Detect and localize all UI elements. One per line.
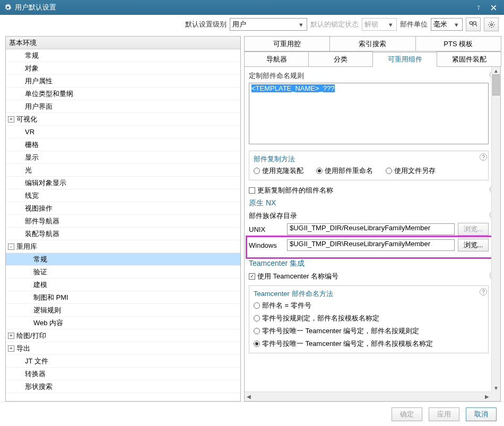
tree-node[interactable]: 显示 (6, 151, 240, 164)
tab[interactable]: 可重用组件 (372, 52, 437, 67)
tab[interactable]: 分类 (308, 51, 373, 66)
apply-button[interactable]: 应用 (429, 407, 459, 421)
tab[interactable]: 可重用腔 (244, 36, 330, 51)
tree-node[interactable]: 制图和 PMI (6, 291, 240, 304)
tree-node[interactable]: 常规 (6, 253, 240, 266)
vertical-scrollbar[interactable]: ▲ ▼ (491, 67, 500, 392)
help-icon[interactable]: ? (480, 153, 487, 161)
unit-combo[interactable]: 毫米 ▾ (431, 18, 463, 31)
tree-node[interactable]: 线宽 (6, 189, 240, 202)
tc-use-row: ? ✓ 使用 Teamcenter 名称编号 (249, 272, 489, 281)
radio-option[interactable]: 零件号按唯一 Teamcenter 编号定，部件名按模板名称定 (254, 339, 433, 349)
level-combo[interactable]: 用户 ▾ (230, 18, 307, 31)
radio-dot (254, 315, 260, 321)
tree-node[interactable]: 光 (6, 164, 240, 177)
tree-node-label: 重用库 (16, 242, 37, 251)
tree-node-label: 线宽 (25, 191, 39, 201)
tree-node[interactable]: 栅格 (6, 138, 240, 151)
tree-node[interactable]: 用户界面 (6, 100, 240, 113)
cancel-button[interactable]: 取消 (466, 407, 497, 421)
tree-node[interactable]: JT 文件 (6, 355, 240, 368)
tab[interactable]: 紧固件装配 (437, 51, 501, 66)
tree-node[interactable]: 建模 (6, 279, 240, 291)
tree-node[interactable]: 转换器 (6, 368, 240, 380)
tree-toggle-icon[interactable]: + (8, 116, 14, 123)
checkbox-box: ✓ (249, 273, 255, 280)
scroll-down-icon[interactable]: ▼ (492, 384, 500, 392)
teamcenter-header: Teamcenter 集成 (249, 259, 489, 268)
settings-button[interactable] (484, 18, 499, 31)
scroll-right-icon[interactable]: ▶ (483, 392, 491, 401)
tree-node[interactable]: +可视化 (6, 113, 240, 126)
tree-node[interactable]: 单位类型和量纲 (6, 88, 240, 100)
tree-node[interactable]: Web 内容 (6, 317, 240, 329)
tree-node[interactable]: +绘图/打印 (6, 329, 240, 342)
tabs-row-1: 可重用腔索引搜索PTS 模板 (244, 36, 501, 51)
tree-node[interactable]: 装配导航器 (6, 228, 240, 240)
custom-rule-textarea[interactable]: <TEMPLATE_NAME>_??? (249, 83, 489, 144)
tab[interactable]: PTS 模板 (415, 36, 501, 51)
radio-option[interactable]: 使用部件重命名 (316, 166, 373, 176)
lock-value: 解锁 (364, 20, 387, 29)
close-button[interactable] (486, 2, 501, 13)
tc-use-checkbox[interactable]: ✓ 使用 Teamcenter 名称编号 (249, 272, 489, 281)
tree-node[interactable]: 常规 (6, 49, 240, 62)
radio-option[interactable]: 使用克隆装配 (254, 166, 303, 176)
tree-node[interactable]: VR (6, 126, 240, 138)
category-tree[interactable]: 常规对象用户属性单位类型和量纲用户界面+可视化VR栅格显示光编辑对象显示线宽视图… (6, 49, 240, 401)
tc-naming-legend: Teamcenter 部件命名方法 (254, 289, 484, 299)
tab[interactable]: 索引搜索 (329, 36, 415, 51)
tree-node[interactable]: 编辑对象显示 (6, 177, 240, 189)
radio-option[interactable]: 使用文件另存 (386, 166, 436, 176)
tree-node[interactable]: 验证 (6, 266, 240, 279)
unix-dir-row: UNIX $UGII_TMP_DIR/ReuseLibraryFamilyMem… (249, 223, 489, 236)
dialog-footer: 确定 应用 取消 (0, 402, 504, 426)
toolbar: 默认设置级别 用户 ▾ 默认的锁定状态 解锁 ▾ 部件单位 毫米 ▾ (0, 15, 504, 34)
tc-naming-options: 部件名 = 零件号零件号按规则定，部件名按模板名称定零件号按唯一 Teamcen… (254, 301, 484, 349)
tree-node-label: 常规 (33, 255, 47, 264)
radio-option[interactable]: 零件号按唯一 Teamcenter 编号定，部件名按规则定 (254, 326, 419, 336)
scroll-left-icon[interactable]: ◀ (245, 392, 253, 401)
tab[interactable]: 导航器 (244, 51, 309, 66)
update-names-checkbox[interactable]: 更新复制部件的组件名称 (249, 186, 489, 195)
scroll-thumb[interactable] (492, 74, 500, 95)
tree-node-label: Web 内容 (33, 318, 63, 328)
category-tree-panel: 基本环境 常规对象用户属性单位类型和量纲用户界面+可视化VR栅格显示光编辑对象显… (5, 36, 241, 402)
tree-node-label: 导出 (16, 344, 30, 353)
radio-label: 使用部件重命名 (325, 166, 373, 176)
tree-node[interactable]: 形状搜索 (6, 380, 240, 393)
radio-dot (254, 168, 260, 174)
windows-label: Windows (249, 241, 284, 249)
unit-label: 部件单位 (400, 20, 428, 29)
radio-dot (254, 328, 260, 334)
tree-toggle-icon[interactable]: + (8, 333, 14, 339)
ok-button[interactable]: 确定 (392, 407, 422, 421)
radio-label: 零件号按唯一 Teamcenter 编号定，部件名按规则定 (262, 326, 419, 336)
radio-dot (254, 341, 260, 347)
tree-toggle-icon[interactable]: - (8, 244, 14, 250)
windows-browse-button[interactable]: 浏览... (458, 239, 489, 251)
radio-option[interactable]: 零件号按规则定，部件名按模板名称定 (254, 314, 379, 323)
family-dir-section: ? 部件族保存目录 (249, 211, 489, 221)
help-icon[interactable]: ? (480, 288, 487, 295)
find-button[interactable] (466, 18, 481, 31)
horizontal-scrollbar[interactable]: ◀ ▶ (245, 392, 491, 401)
tree-node[interactable]: 对象 (6, 62, 240, 75)
tree-toggle-icon[interactable]: + (8, 345, 14, 352)
scroll-up-icon[interactable]: ▲ (492, 67, 500, 74)
windows-dir-input[interactable]: $UGII_TMP_DIR\ReuseLibraryFamilyMember (287, 239, 455, 251)
tree-node[interactable]: 用户属性 (6, 75, 240, 88)
tree-node-label: 编辑对象显示 (25, 178, 66, 188)
help-button[interactable] (471, 2, 486, 13)
tree-node[interactable]: -重用库 (6, 240, 240, 253)
tree-node[interactable]: +导出 (6, 342, 240, 355)
tree-node-label: 逻辑规则 (33, 306, 61, 315)
radio-option[interactable]: 部件名 = 零件号 (254, 301, 311, 310)
tree-node-label: 装配导航器 (25, 229, 59, 239)
tree-node[interactable]: 逻辑规则 (6, 304, 240, 317)
right-panel: 可重用腔索引搜索PTS 模板 导航器分类可重用组件紧固件装配 定制部件命名规则 … (244, 36, 501, 402)
tree-node[interactable]: 视图操作 (6, 202, 240, 215)
tree-node[interactable]: 部件导航器 (6, 215, 240, 228)
tree-node-label: 单位类型和量纲 (25, 89, 73, 99)
unix-dir-input[interactable]: $UGII_TMP_DIR/ReuseLibraryFamilyMember (287, 223, 455, 235)
